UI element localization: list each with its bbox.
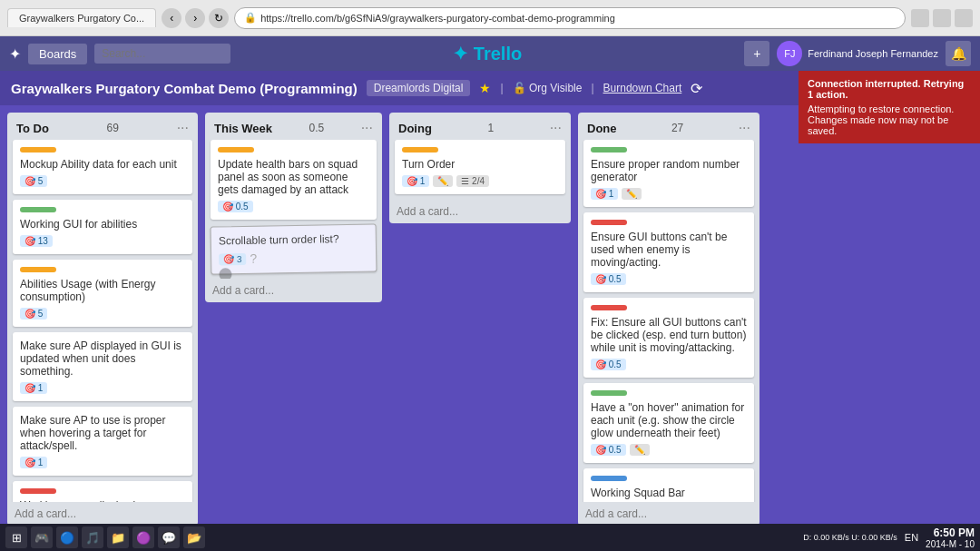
table-row[interactable]: Have a "on hover" animation for each uni… [583,383,754,463]
browser-tab[interactable]: Graywalkers Purgatory Co... [7,8,156,27]
checklist-badge: ☰ 2/4 [456,175,489,187]
edit-badge: ✏️ [433,175,453,187]
table-row[interactable]: Fix: Ensure all GUI buttons can't be cli… [583,298,754,378]
table-row[interactable]: Working Squad Bar 🎯 3 ☰ 2/2 [583,468,754,502]
card-text: Working Squad Bar [591,487,747,499]
card-badges: 🎯 5 [20,308,185,320]
column-doing-cards: Turn Order 🎯 1 ✏️ ☰ 2/4 [389,140,571,200]
extension-icon-1[interactable] [911,9,929,27]
story-badge: 🎯 0.5 [591,273,626,285]
card-badges: 🎯 3 ? [219,250,368,267]
card-text: Working GUI for abilities [20,218,185,231]
table-row[interactable]: Mockup Ability data for each unit 🎯 5 [13,140,192,194]
table-row[interactable]: Ensure proper random number generator 🎯 … [583,140,754,207]
card-badges: 🎯 0.5 [591,359,747,370]
add-card-doing[interactable]: Add a card... [389,200,571,223]
column-done-count: 27 [671,122,683,134]
card-text: Abilities Usage (with Energy consumption… [20,278,185,303]
avatar[interactable]: FJ [777,41,802,66]
card-badges: 🎯 1 [20,382,185,394]
column-todo-cards: Mockup Ability data for each unit 🎯 5 Wo… [7,140,198,502]
taskbar-icon-3[interactable]: 🎵 [82,526,103,548]
table-row[interactable]: Ensure GUI buttons can't be used when en… [583,212,754,292]
story-badge: 🎯 5 [20,175,47,187]
top-nav: ✦ Boards ✦ Trello + FJ Ferdinand Joseph … [0,36,980,71]
table-row[interactable]: Update health bars on squad panel as soo… [211,140,377,220]
card-question-icon[interactable]: ? [250,251,257,266]
card-badges: 🎯 0.5 ✏️ [591,444,747,456]
lock-icon: 🔒 [244,12,257,24]
browser-chrome: Graywalkers Purgatory Co... ‹ › ↻ 🔒 http… [0,0,980,36]
table-row[interactable]: Scrollable turn order list? 🎯 3 ? [211,223,377,274]
extension-icon-2[interactable] [933,9,951,27]
taskbar-icon-1[interactable]: 🎮 [31,526,53,548]
taskbar-icon-5[interactable]: 🟣 [132,526,154,548]
reload-button[interactable]: ↻ [209,8,229,28]
card-text: Scrollable turn order list? [219,232,368,248]
boards-button[interactable]: Boards [28,44,87,64]
column-doing-menu[interactable]: ··· [550,120,562,136]
taskbar-icon-7[interactable]: 📂 [183,526,205,548]
card-label [402,147,438,153]
add-card-done[interactable]: Add a card... [578,502,760,526]
board-visibility: 🔓 Org Visible [513,82,583,94]
column-done-cards: Ensure proper random number generator 🎯 … [578,140,760,502]
card-label [20,267,56,272]
story-badge: 🎯 3 [219,252,247,265]
column-todo: To Do 69 ··· Mockup Ability data for eac… [7,113,198,526]
extension-icon-3[interactable] [955,9,973,27]
user-name: Ferdinand Joseph Fernandez [808,48,938,59]
card-label [591,305,627,310]
board-title: Graywalkers Purgatory Combat Demo (Progr… [11,81,358,96]
taskbar-date: 2014-M - 10 [926,539,975,549]
card-badges: 🎯 5 [20,175,185,187]
separator-2: | [591,82,593,94]
taskbar-icon-6[interactable]: 💬 [158,526,180,548]
table-row[interactable]: Make sure AP displayed in GUI is updated… [13,332,192,401]
add-button[interactable]: + [744,41,769,66]
card-label [218,147,254,153]
burndown-link[interactable]: Burndown Chart [603,82,682,94]
card-badges: 🎯 0.5 [218,201,369,212]
column-this-week-count: 0.5 [309,122,325,134]
address-bar[interactable]: 🔒 https://trello.com/b/g6SfNiA9/graywalk… [234,7,906,29]
table-row[interactable]: Working ammo display in... [13,481,192,502]
search-input[interactable] [94,44,230,64]
taskbar-right: D: 0.00 KB/s U: 0.00 KB/s EN 6:50 PM 201… [803,526,975,549]
card-label [591,476,627,481]
table-row[interactable]: Turn Order 🎯 1 ✏️ ☰ 2/4 [395,140,565,194]
star-icon[interactable]: ★ [479,81,491,95]
add-card-this-week[interactable]: Add a card... [205,279,382,302]
column-done-header: Done 27 ··· [578,113,760,140]
story-badge: 🎯 5 [20,308,47,320]
taskbar-start[interactable]: ⊞ [5,526,27,548]
card-label [591,220,627,225]
back-button[interactable]: ‹ [162,8,181,28]
column-done-menu[interactable]: ··· [739,120,750,136]
card-badges: 🎯 13 [20,235,185,247]
column-this-week-menu[interactable]: ··· [361,120,373,136]
notifications-button[interactable]: 🔔 [946,41,971,66]
column-todo-menu[interactable]: ··· [177,120,189,136]
url-text: https://trello.com/b/g6SfNiA9/graywalker… [260,13,615,24]
edit-badge: ✏️ [622,188,642,200]
table-row[interactable]: Abilities Usage (with Energy consumption… [13,260,192,327]
taskbar-icon-4[interactable]: 📁 [107,526,129,548]
card-badges: 🎯 1 [20,457,185,468]
card-label [591,390,627,396]
story-badge: 🎯 0.5 [591,444,626,456]
drag-cursor [219,268,231,279]
story-badge: 🎯 0.5 [218,201,253,212]
story-badge: 🎯 1 [20,457,47,468]
table-row[interactable]: Make sure AP to use is proper when hover… [13,407,192,476]
board-org[interactable]: Dreamlords Digital [367,80,471,96]
forward-button[interactable]: › [185,8,205,28]
error-banner: Connection interrupted. Retrying 1 actio… [799,71,980,143]
card-text: Mockup Ability data for each unit [20,158,185,171]
taskbar-icon-2[interactable]: 🔵 [56,526,78,548]
taskbar-time: 6:50 PM [926,526,975,539]
table-row[interactable]: Working GUI for abilities 🎯 13 [13,200,192,254]
column-this-week-title: This Week [214,122,272,135]
card-text: Make sure AP displayed in GUI is updated… [20,339,185,378]
add-card-todo[interactable]: Add a card... [7,502,198,526]
